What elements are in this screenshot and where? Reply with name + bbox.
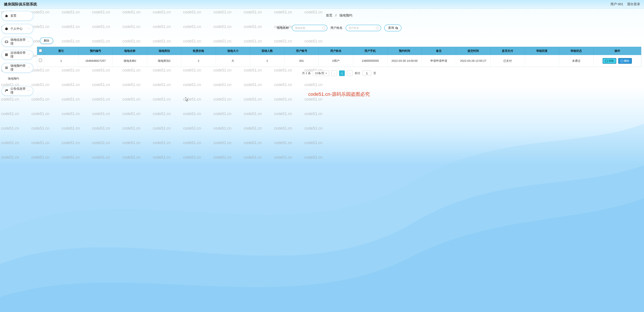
chevron-down-icon: ﹀ <box>28 27 30 30</box>
watermark-center: code51.cn-源码乐园盗图必究 <box>308 91 370 98</box>
data-table: 索引预约编号场地名称场地类别租赁价格场地大小容纳人数用户账号用户姓名用户手机预约… <box>37 46 642 67</box>
cell: 场地类别2 <box>147 55 181 67</box>
cell: 未通过 <box>559 55 593 67</box>
cell: 1 <box>44 55 78 67</box>
breadcrumb-sep: // <box>335 14 337 17</box>
user-icon <box>5 27 8 30</box>
query-button[interactable]: 查询 <box>384 24 402 32</box>
sidebar-item-2[interactable]: 场地信息管理 ﹀ <box>1 37 33 47</box>
sidebar-item-label: 场地预约管理 <box>10 64 28 72</box>
col-header: 容纳人数 <box>250 47 284 55</box>
cell: 场地名称2 <box>113 55 147 67</box>
select-all-checkbox[interactable] <box>39 49 42 52</box>
select-all-header[interactable] <box>37 47 44 55</box>
header-user[interactable]: 用户 001 <box>610 2 623 6</box>
search-input-venue[interactable]: 场地名称 ○ <box>292 25 328 31</box>
input-placeholder: 场地名称 <box>295 26 305 30</box>
pager-next[interactable]: › <box>347 70 352 76</box>
col-header: 用户手机 <box>353 47 387 55</box>
col-header: 预约时间 <box>388 47 422 55</box>
cell: 2022-03-28 13:55:27 <box>456 55 490 67</box>
search-label-venue: 场地名称 <box>277 26 289 30</box>
sidebar-item-label: 运动项目管理 <box>10 51 28 59</box>
col-header: 审核回复 <box>525 47 559 55</box>
row-delete-button[interactable]: 删除 <box>618 58 632 64</box>
col-header: 索引 <box>44 47 78 55</box>
col-header: 场地类别 <box>147 47 181 55</box>
monitor-icon <box>5 40 8 44</box>
sidebar-item-0[interactable]: 首页 <box>1 11 33 21</box>
table-row: 11648446927257场地名称2场地类别22大2001A用户1385555… <box>37 55 641 67</box>
col-header: 备注 <box>422 47 456 55</box>
chevron-down-icon: ▾ <box>326 72 327 74</box>
cell: 大 <box>216 55 250 67</box>
breadcrumb-home[interactable]: 首页 <box>326 14 332 17</box>
grid-icon <box>5 53 8 56</box>
sidebar-item-4[interactable]: 场地预约管理 ﹀ <box>1 63 33 73</box>
col-header: 用户账号 <box>284 47 318 55</box>
col-header: 提交时间 <box>456 47 490 55</box>
sidebar-item-3[interactable]: 运动项目管理 ﹀ <box>1 50 33 60</box>
app-title: 健身国际俱乐部系统 <box>4 2 37 7</box>
chevron-down-icon: ﹀ <box>28 66 30 69</box>
logout-link[interactable]: 退出登录 <box>627 2 640 6</box>
cell: 已支付 <box>490 55 524 67</box>
flag-icon <box>5 89 8 92</box>
pager-goto-suffix: 页 <box>373 71 376 75</box>
cell: A用户 <box>319 55 353 67</box>
sidebar: 首页 个人中心 ﹀ 场地信息管理 ﹀ 运动项目管理 ﹀ 场地预约管理 ﹀场地预约… <box>0 9 34 312</box>
detail-icon <box>605 60 608 62</box>
chevron-down-icon: ﹀ <box>28 89 30 92</box>
home-icon <box>5 14 8 18</box>
search-icon <box>396 27 398 29</box>
app-header: 健身国际俱乐部系统 用户 001 退出登录 <box>0 0 644 9</box>
pager-goto-input[interactable] <box>362 71 371 76</box>
sidebar-item-5[interactable]: 公告信息管理 ﹀ <box>1 86 33 96</box>
clear-icon[interactable]: ○ <box>376 26 379 30</box>
search-input-user[interactable]: 用户姓名 ○ <box>346 25 381 31</box>
sidebar-item-label: 公告信息管理 <box>10 87 28 95</box>
breadcrumb-current: 场地预约 <box>339 14 352 17</box>
search-label-user: 用户姓名 <box>330 26 342 30</box>
cell-actions: 详情 删除 <box>594 55 641 67</box>
sidebar-subitem[interactable]: 场地预约 <box>4 74 32 83</box>
search-bar: 场地名称 场地名称 ○ 用户姓名 用户姓名 ○ 查询 <box>37 24 642 32</box>
cell: 2 <box>181 55 216 67</box>
pager-page-1[interactable]: 1 <box>339 70 345 76</box>
sidebar-item-label: 场地信息管理 <box>10 38 28 46</box>
input-placeholder: 用户姓名 <box>349 26 359 30</box>
sidebar-item-label: 个人中心 <box>10 27 28 31</box>
col-header: 审核状态 <box>559 47 593 55</box>
col-header: 预约编号 <box>78 47 112 55</box>
pager-prev[interactable]: ‹ <box>331 70 337 76</box>
sidebar-item-1[interactable]: 个人中心 ﹀ <box>1 24 33 34</box>
cell: 13855555555 <box>353 55 387 67</box>
col-header: 租赁价格 <box>181 47 216 55</box>
col-header: 操作 <box>594 47 641 55</box>
bulk-delete-button[interactable]: 删除 <box>40 38 53 44</box>
row-detail-button[interactable]: 详情 <box>602 58 616 64</box>
pager-goto-prefix: 前往 <box>355 71 360 75</box>
cell: 申请申请申请 <box>422 55 456 67</box>
page-size-select[interactable]: 10条/页 ▾ <box>313 70 329 76</box>
cell: 2 <box>250 55 284 67</box>
chevron-down-icon: ﹀ <box>28 53 30 56</box>
chevron-down-icon: ﹀ <box>28 40 30 43</box>
list-icon <box>5 66 8 70</box>
col-header: 用户姓名 <box>319 47 353 55</box>
delete-icon <box>621 60 623 62</box>
col-header: 场地名称 <box>113 47 147 55</box>
col-header: 是否支付 <box>490 47 524 55</box>
pagination: 共 1 条 10条/页 ▾ ‹ 1 › 前往 页 <box>37 69 642 80</box>
cell: 2022-03-30 14:00:00 <box>388 55 422 67</box>
cell: 001 <box>284 55 318 67</box>
pager-total: 共 1 条 <box>302 71 311 75</box>
main-content: 首页 // 场地预约 场地名称 场地名称 ○ 用户姓名 用户姓名 ○ 查询 删除 <box>34 9 644 312</box>
cell <box>525 55 559 67</box>
cell: 1648446927257 <box>78 55 112 67</box>
breadcrumb: 首页 // 场地预约 <box>37 10 642 24</box>
sidebar-item-label: 首页 <box>10 14 30 18</box>
col-header: 场地大小 <box>216 47 250 55</box>
clear-icon[interactable]: ○ <box>322 26 325 30</box>
row-checkbox[interactable] <box>39 59 42 62</box>
